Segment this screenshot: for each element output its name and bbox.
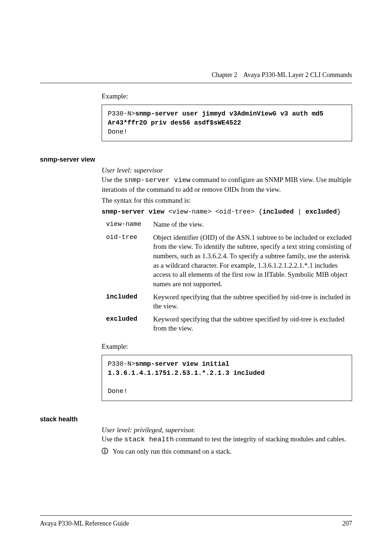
chapter-label: Chapter 2 [212, 71, 237, 78]
param-desc: Keyword specifying that the subtree spec… [153, 292, 352, 311]
paragraph: Use the snmp-server view command to conf… [102, 175, 352, 194]
example-label: Example: [102, 92, 352, 101]
code-output: Done! [108, 128, 127, 135]
code-command: snmp-server user jimmyd v3AdminViewG v3 … [108, 110, 327, 126]
chapter-title: Avaya P330-ML Layer 2 CLI Commands [244, 71, 352, 78]
section-title-stack-health: stack health [40, 416, 352, 423]
param-desc: Name of the view. [153, 220, 352, 229]
param-row: view-nameName of the view. [102, 220, 352, 229]
code-prompt: P330-N> [108, 360, 135, 368]
param-key: view-name [102, 220, 153, 228]
section-title-snmp-view: snmp-server view [40, 156, 352, 163]
paragraph: The syntax for this command is: [102, 196, 352, 205]
info-note: ⓘ You can only run this command on a sta… [102, 447, 352, 456]
code-prompt: P330-N> [108, 110, 135, 117]
param-desc: Object identifier (OID) of the ASN.1 sub… [153, 233, 352, 289]
footer-rule [40, 515, 352, 516]
example-label: Example: [102, 342, 352, 351]
param-key: included [102, 292, 153, 301]
code-example-2: P330-N>snmp-server view initial 1.3.6.1.… [102, 355, 352, 401]
param-row: oid-treeObject identifier (OID) of the A… [102, 233, 352, 289]
param-desc: Keyword specifying that the subtree spec… [153, 315, 352, 333]
info-icon: ⓘ [102, 447, 113, 455]
param-row: excludedKeyword specifying that the subt… [102, 315, 352, 333]
param-row: includedKeyword specifying that the subt… [102, 292, 352, 311]
header: Chapter 2 Avaya P330-ML Layer 2 CLI Comm… [212, 71, 352, 79]
page-number: 207 [342, 520, 352, 527]
syntax-line: snmp-server view <view-name> <oid-tree> … [102, 207, 352, 216]
paragraph: Use the stack health command to test the… [102, 434, 352, 445]
code-output: Done! [108, 388, 127, 395]
param-key: excluded [102, 315, 153, 323]
user-level: User level: supervisor [102, 166, 352, 175]
param-key: oid-tree [102, 233, 153, 242]
code-example-1: P330-N>snmp-server user jimmyd v3AdminVi… [102, 105, 352, 142]
user-level: User level: privileged, supervisor. [102, 425, 352, 435]
footer-left: Avaya P330-ML Reference Guide [40, 520, 129, 527]
header-rule [40, 83, 352, 83]
note-text: You can only run this command on a stack… [113, 447, 232, 456]
